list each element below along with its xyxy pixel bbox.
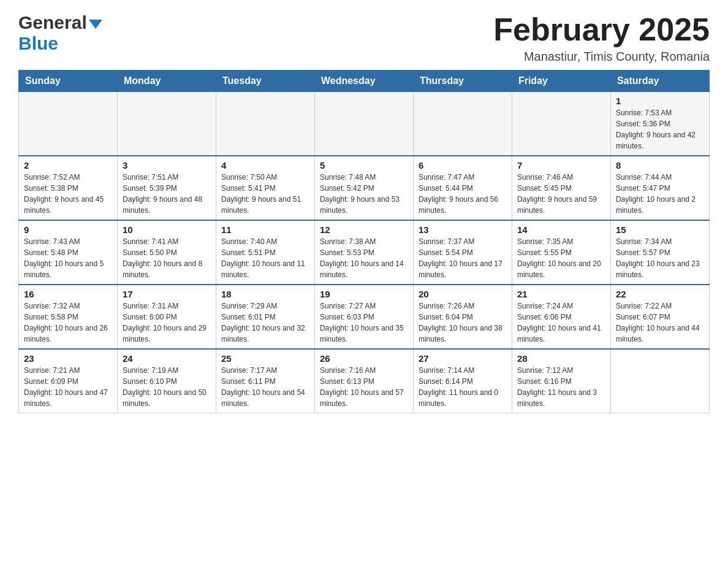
column-header-friday: Friday [512, 71, 610, 92]
week-row-2: 2Sunrise: 7:52 AMSunset: 5:38 PMDaylight… [19, 156, 710, 220]
day-number: 2 [24, 160, 112, 170]
calendar-cell: 19Sunrise: 7:27 AMSunset: 6:03 PMDayligh… [314, 285, 413, 349]
column-header-sunday: Sunday [19, 71, 118, 92]
calendar-title: February 2025 [493, 12, 710, 47]
day-number: 4 [221, 160, 309, 170]
day-number: 15 [616, 224, 704, 235]
day-info: Sunrise: 7:31 AMSunset: 6:00 PMDaylight:… [123, 301, 211, 345]
day-info: Sunrise: 7:12 AMSunset: 6:16 PMDaylight:… [517, 365, 605, 409]
header: General Blue February 2025 Manastiur, Ti… [18, 12, 710, 64]
day-number: 19 [320, 289, 408, 299]
day-info: Sunrise: 7:51 AMSunset: 5:39 PMDaylight:… [123, 172, 211, 216]
day-info: Sunrise: 7:47 AMSunset: 5:44 PMDaylight:… [419, 172, 507, 216]
calendar-cell: 12Sunrise: 7:38 AMSunset: 5:53 PMDayligh… [314, 220, 413, 285]
day-info: Sunrise: 7:43 AMSunset: 5:48 PMDaylight:… [24, 236, 112, 280]
day-info: Sunrise: 7:35 AMSunset: 5:55 PMDaylight:… [517, 236, 605, 280]
calendar-cell: 10Sunrise: 7:41 AMSunset: 5:50 PMDayligh… [117, 220, 216, 285]
calendar-cell: 11Sunrise: 7:40 AMSunset: 5:51 PMDayligh… [216, 220, 314, 285]
day-info: Sunrise: 7:34 AMSunset: 5:57 PMDaylight:… [616, 236, 704, 280]
title-area: February 2025 Manastiur, Timis County, R… [493, 12, 710, 64]
calendar-cell: 7Sunrise: 7:46 AMSunset: 5:45 PMDaylight… [512, 156, 610, 220]
day-number: 18 [221, 289, 309, 299]
day-number: 10 [123, 224, 211, 235]
day-info: Sunrise: 7:17 AMSunset: 6:11 PMDaylight:… [221, 365, 309, 409]
day-info: Sunrise: 7:50 AMSunset: 5:41 PMDaylight:… [221, 172, 309, 216]
day-number: 16 [24, 289, 112, 299]
calendar-cell: 25Sunrise: 7:17 AMSunset: 6:11 PMDayligh… [216, 349, 314, 413]
calendar-cell [314, 92, 413, 156]
header-row: SundayMondayTuesdayWednesdayThursdayFrid… [19, 71, 710, 92]
day-info: Sunrise: 7:48 AMSunset: 5:42 PMDaylight:… [320, 172, 408, 216]
column-header-monday: Monday [117, 71, 216, 92]
column-header-saturday: Saturday [610, 71, 709, 92]
calendar-cell: 6Sunrise: 7:47 AMSunset: 5:44 PMDaylight… [413, 156, 512, 220]
calendar-cell: 28Sunrise: 7:12 AMSunset: 6:16 PMDayligh… [512, 349, 610, 413]
calendar-cell: 26Sunrise: 7:16 AMSunset: 6:13 PMDayligh… [314, 349, 413, 413]
day-info: Sunrise: 7:38 AMSunset: 5:53 PMDaylight:… [320, 236, 408, 280]
day-number: 22 [616, 289, 704, 299]
calendar-cell: 3Sunrise: 7:51 AMSunset: 5:39 PMDaylight… [117, 156, 216, 220]
logo-blue: Blue [18, 33, 58, 53]
calendar-cell: 24Sunrise: 7:19 AMSunset: 6:10 PMDayligh… [117, 349, 216, 413]
day-number: 21 [517, 289, 605, 299]
day-info: Sunrise: 7:32 AMSunset: 5:58 PMDaylight:… [24, 301, 112, 345]
day-number: 14 [517, 224, 605, 235]
week-row-3: 9Sunrise: 7:43 AMSunset: 5:48 PMDaylight… [19, 220, 710, 285]
day-number: 6 [419, 160, 507, 170]
calendar-cell [413, 92, 512, 156]
day-number: 17 [123, 289, 211, 299]
day-number: 11 [221, 224, 309, 235]
logo: General Blue [18, 12, 102, 54]
day-number: 28 [517, 353, 605, 364]
calendar-cell: 23Sunrise: 7:21 AMSunset: 6:09 PMDayligh… [19, 349, 118, 413]
calendar-cell: 27Sunrise: 7:14 AMSunset: 6:14 PMDayligh… [413, 349, 512, 413]
calendar-cell: 21Sunrise: 7:24 AMSunset: 6:06 PMDayligh… [512, 285, 610, 349]
calendar-cell: 2Sunrise: 7:52 AMSunset: 5:38 PMDaylight… [19, 156, 118, 220]
column-header-thursday: Thursday [413, 71, 512, 92]
calendar-cell [117, 92, 216, 156]
day-info: Sunrise: 7:22 AMSunset: 6:07 PMDaylight:… [616, 301, 704, 345]
day-number: 9 [24, 224, 112, 235]
day-number: 23 [24, 353, 112, 364]
calendar-cell: 1Sunrise: 7:53 AMSunset: 5:36 PMDaylight… [610, 92, 709, 156]
day-info: Sunrise: 7:46 AMSunset: 5:45 PMDaylight:… [517, 172, 605, 216]
day-info: Sunrise: 7:16 AMSunset: 6:13 PMDaylight:… [320, 365, 408, 409]
week-row-1: 1Sunrise: 7:53 AMSunset: 5:36 PMDaylight… [19, 92, 710, 156]
calendar-cell: 13Sunrise: 7:37 AMSunset: 5:54 PMDayligh… [413, 220, 512, 285]
day-info: Sunrise: 7:14 AMSunset: 6:14 PMDaylight:… [419, 365, 507, 409]
day-info: Sunrise: 7:21 AMSunset: 6:09 PMDaylight:… [24, 365, 112, 409]
calendar-cell: 8Sunrise: 7:44 AMSunset: 5:47 PMDaylight… [610, 156, 709, 220]
day-info: Sunrise: 7:24 AMSunset: 6:06 PMDaylight:… [517, 301, 605, 345]
calendar-cell: 18Sunrise: 7:29 AMSunset: 6:01 PMDayligh… [216, 285, 314, 349]
day-info: Sunrise: 7:40 AMSunset: 5:51 PMDaylight:… [221, 236, 309, 280]
calendar-cell [512, 92, 610, 156]
day-info: Sunrise: 7:41 AMSunset: 5:50 PMDaylight:… [123, 236, 211, 280]
day-number: 7 [517, 160, 605, 170]
calendar-subtitle: Manastiur, Timis County, Romania [493, 50, 710, 64]
week-row-5: 23Sunrise: 7:21 AMSunset: 6:09 PMDayligh… [19, 349, 710, 413]
calendar-cell: 14Sunrise: 7:35 AMSunset: 5:55 PMDayligh… [512, 220, 610, 285]
day-number: 13 [419, 224, 507, 235]
calendar-cell: 9Sunrise: 7:43 AMSunset: 5:48 PMDaylight… [19, 220, 118, 285]
week-row-4: 16Sunrise: 7:32 AMSunset: 5:58 PMDayligh… [19, 285, 710, 349]
day-number: 8 [616, 160, 704, 170]
day-info: Sunrise: 7:29 AMSunset: 6:01 PMDaylight:… [221, 301, 309, 345]
day-number: 24 [123, 353, 211, 364]
day-number: 26 [320, 353, 408, 364]
day-info: Sunrise: 7:53 AMSunset: 5:36 PMDaylight:… [616, 107, 704, 151]
calendar-cell [610, 349, 709, 413]
column-header-tuesday: Tuesday [216, 71, 314, 92]
day-number: 1 [616, 96, 704, 106]
logo-triangle-icon [89, 20, 102, 29]
calendar-cell: 15Sunrise: 7:34 AMSunset: 5:57 PMDayligh… [610, 220, 709, 285]
calendar-cell: 16Sunrise: 7:32 AMSunset: 5:58 PMDayligh… [19, 285, 118, 349]
day-number: 27 [419, 353, 507, 364]
calendar-cell: 20Sunrise: 7:26 AMSunset: 6:04 PMDayligh… [413, 285, 512, 349]
day-number: 3 [123, 160, 211, 170]
day-info: Sunrise: 7:26 AMSunset: 6:04 PMDaylight:… [419, 301, 507, 345]
calendar-cell: 5Sunrise: 7:48 AMSunset: 5:42 PMDaylight… [314, 156, 413, 220]
calendar-cell: 4Sunrise: 7:50 AMSunset: 5:41 PMDaylight… [216, 156, 314, 220]
day-info: Sunrise: 7:27 AMSunset: 6:03 PMDaylight:… [320, 301, 408, 345]
calendar-cell [216, 92, 314, 156]
day-info: Sunrise: 7:52 AMSunset: 5:38 PMDaylight:… [24, 172, 112, 216]
